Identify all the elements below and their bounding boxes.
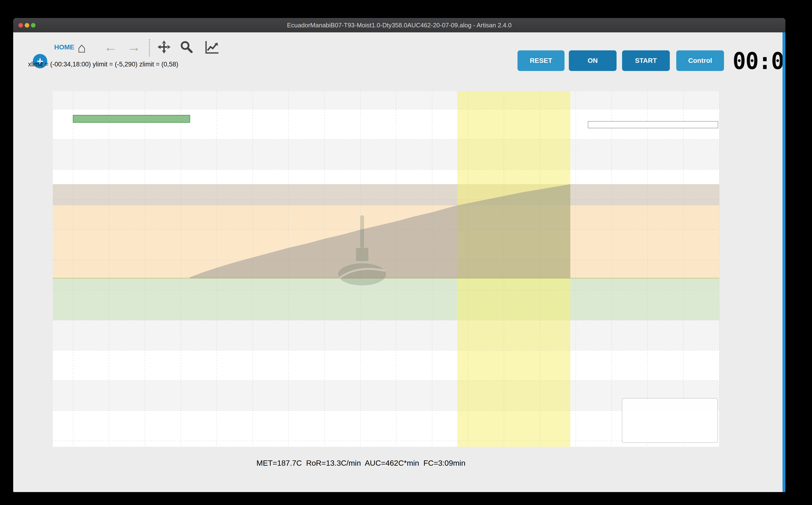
artisan-window: EcuadorManabiB07-T93-Moist1.0-Dty358.0AU… (13, 18, 785, 492)
toolbar-divider (149, 39, 150, 56)
roast-info-box (588, 121, 718, 128)
chart-legend (622, 398, 718, 443)
home-icon[interactable]: ⌂ (77, 39, 86, 56)
window-title: EcuadorManabiB07-T93-Moist1.0-Dty358.0AU… (287, 22, 512, 29)
minimize-window-icon[interactable] (25, 23, 29, 28)
back-arrow-icon[interactable]: ← (104, 39, 117, 55)
pan-icon[interactable] (157, 40, 171, 54)
zoom-icon[interactable] (180, 40, 193, 54)
title-bar: EcuadorManabiB07-T93-Moist1.0-Dty358.0AU… (13, 18, 785, 32)
status-line: MET=187.7C RoR=13.3C/min AUC=462C*min FC… (229, 459, 493, 468)
toolbar: + HOME ⌂ ← → RESET ON START Control 00:0… (13, 32, 785, 61)
close-window-icon[interactable] (18, 23, 23, 28)
home-view-button[interactable]: HOME (53, 43, 75, 51)
chart-settings-icon[interactable] (204, 40, 219, 54)
forward-arrow-icon[interactable]: → (127, 39, 141, 55)
maximize-window-icon[interactable] (31, 23, 35, 28)
right-edge-slider-strip[interactable] (783, 32, 785, 492)
